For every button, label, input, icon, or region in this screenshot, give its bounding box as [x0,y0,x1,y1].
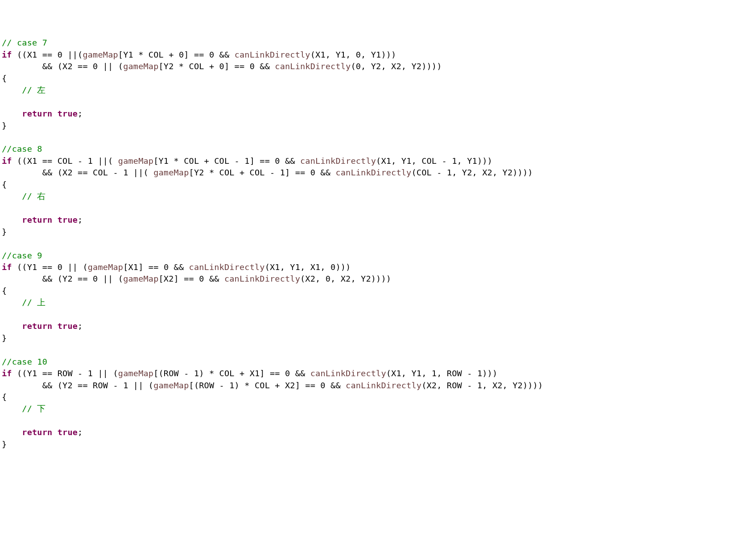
keyword-return: return [22,215,52,224]
code-text: && (Y2 == [2,274,93,283]
semicolon: ; [78,321,83,331]
code-text: (X1, Y1, COL - [376,156,452,166]
code-line [2,309,754,320]
code-text: [Y2 * COL + COL - [189,168,280,177]
number: 0 [58,262,62,272]
code-line [2,203,754,214]
code-line: if ((X1 == COL - 1 ||( gameMap[Y1 * COL … [2,155,754,167]
code-line: { [2,73,754,84]
identifier-gamemap: gameMap [123,62,158,71]
code-text: ((X1 == [12,50,58,59]
code-line: && (Y2 == ROW - 1 || (gameMap[(ROW - 1) … [2,380,754,391]
identifier-gamemap: gameMap [83,50,118,59]
comment: //case 10 [2,357,47,366]
number: 1 [280,168,285,177]
identifier-gamemap: gameMap [153,381,189,390]
number: 1 [123,168,128,177]
number: 1 [229,381,234,390]
number: 0 [209,50,214,59]
identifier-gamemap: gameMap [153,168,189,177]
code-line: return true; [2,427,754,438]
code-text: ))) [482,369,497,378]
code-text: ||( [62,50,83,59]
code-text: (X2, [300,274,326,283]
identifier-canlinkdirectly: canLinkDirectly [300,156,376,166]
brace: { [2,74,7,83]
code-text: , X2, Y2)))) [330,274,391,283]
semicolon: ; [78,109,83,118]
code-text: ] == [224,62,250,71]
code-text: && (Y2 == ROW - [2,381,123,390]
identifier-canlinkdirectly: canLinkDirectly [346,381,421,390]
code-text: && [315,168,335,177]
code-text: ) * COL + X1] == [199,369,285,378]
code-line: //case 10 [2,356,754,368]
code-text: ( [351,62,355,71]
code-line: if ((Y1 == 0 || (gameMap[X1] == 0 && can… [2,262,754,273]
number: 1 [432,369,437,378]
code-text: (X2, ROW - [421,381,477,390]
code-line: && (X2 == COL - 1 ||( gameMap[Y2 * COL +… [2,167,754,179]
code-line: return true; [2,214,754,226]
code-line: // 左 [2,84,754,96]
brace: } [2,440,7,449]
space [52,428,57,437]
code-line: return true; [2,108,754,120]
keyword-true: true [58,428,78,437]
number: 1 [477,369,482,378]
code-text: && (X2 == COL - [2,168,123,177]
code-line: if ((Y1 == ROW - 1 || (gameMap[(ROW - 1)… [2,368,754,379]
number: 0 [275,156,280,166]
indent [2,215,22,224]
number: 0 [93,62,98,71]
comment: // 左 [2,85,46,95]
number: 0 [164,262,169,272]
code-text: ] == [250,156,275,166]
comment: // 上 [2,298,46,307]
comment: //case 9 [2,251,42,260]
code-line: } [2,439,754,450]
number: 1 [244,156,249,166]
code-text: [(ROW - [189,381,230,390]
code-line [2,238,754,249]
code-line: { [2,179,754,191]
number: 1 [477,381,482,390]
code-line: } [2,332,754,344]
brace: } [2,227,7,237]
code-line: //case 8 [2,143,754,155]
number: 0 [310,168,315,177]
brace: { [2,286,7,295]
code-text: || ( [93,369,118,378]
number: 1 [447,168,452,177]
code-line: } [2,226,754,238]
identifier-canlinkdirectly: canLinkDirectly [189,262,265,272]
number: 0 [330,262,335,272]
code-text: [X1] == [123,262,164,272]
keyword-if: if [2,50,12,59]
code-line: && (Y2 == 0 || (gameMap[X2] == 0 && canL… [2,273,754,285]
code-text: ((Y1 == ROW - [12,369,88,378]
keyword-if: if [2,156,12,166]
code-text: , Y2, X2, Y2)))) [452,168,533,177]
indent [2,109,22,118]
code-line: if ((X1 == 0 ||(gameMap[Y1 * COL + 0] ==… [2,49,754,61]
code-text: ||( [93,156,118,166]
number: 1 [452,156,457,166]
identifier-canlinkdirectly: canLinkDirectly [310,369,386,378]
code-text: [X2] == [159,274,199,283]
indent [2,428,22,437]
code-line [2,132,754,143]
number: 1 [88,156,93,166]
identifier-canlinkdirectly: canLinkDirectly [235,50,310,59]
code-line: && (X2 == 0 || (gameMap[Y2 * COL + 0] ==… [2,61,754,72]
code-text: && [214,50,234,59]
identifier-canlinkdirectly: canLinkDirectly [275,62,351,71]
code-text: || ( [98,274,123,283]
code-text: [Y2 * COL + [159,62,219,71]
code-line: // 下 [2,403,754,415]
comment: // 下 [2,404,46,413]
code-text: || ( [128,381,153,390]
brace: } [2,333,7,343]
code-text: (COL - [411,168,446,177]
brace: { [2,180,7,189]
